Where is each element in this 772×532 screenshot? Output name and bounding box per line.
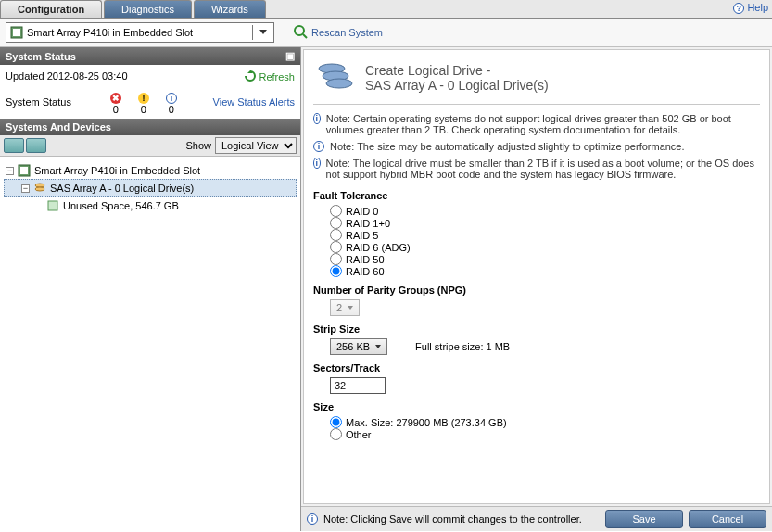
raid0-option[interactable]: RAID 0 <box>330 205 760 217</box>
view-status-alerts-link[interactable]: View Status Alerts <box>213 96 295 108</box>
top-tabs: Configuration Diagnostics Wizards ? Help <box>0 0 772 19</box>
svg-point-9 <box>35 187 44 191</box>
size-max-radio[interactable] <box>330 416 342 428</box>
raid6-label: RAID 6 (ADG) <box>346 242 411 253</box>
page-title-block: Create Logical Drive - SAS Array A - 0 L… <box>365 63 549 93</box>
warning-icon: ! <box>138 93 149 104</box>
devices-toolbar: Show Logical View <box>0 135 300 157</box>
footer-bar: i Note: Clicking Save will commit change… <box>301 506 772 531</box>
size-other-option[interactable]: Other <box>330 428 760 440</box>
rescan-button[interactable]: Rescan System <box>293 24 383 41</box>
strip-size-label: Strip Size <box>313 323 760 335</box>
raid60-label: RAID 60 <box>346 266 385 277</box>
form-area: Create Logical Drive - SAS Array A - 0 L… <box>303 49 770 504</box>
raid60-option[interactable]: RAID 60 <box>330 265 760 277</box>
raid6-radio[interactable] <box>330 241 342 253</box>
page-subtitle: SAS Array A - 0 Logical Drive(s) <box>365 78 549 93</box>
system-status-title: System Status <box>6 51 76 62</box>
raid5-option[interactable]: RAID 5 <box>330 229 760 241</box>
npg-dropdown: 2 <box>330 299 360 316</box>
error-count: 0 <box>113 104 119 115</box>
status-errors: ✖ 0 <box>110 93 121 115</box>
sectors-track-input[interactable] <box>330 377 386 394</box>
svg-rect-7 <box>20 167 28 174</box>
refresh-link[interactable]: Refresh <box>245 70 295 83</box>
info-icon: i <box>313 113 321 124</box>
show-label: Show <box>185 140 211 151</box>
status-info: i 0 <box>166 93 177 115</box>
page-title: Create Logical Drive - <box>365 63 549 78</box>
status-row-label: System Status <box>6 96 71 108</box>
chevron-down-icon <box>375 345 381 348</box>
tree-controller-row[interactable]: − Smart Array P410i in Embedded Slot <box>4 162 297 179</box>
expand-all-button[interactable] <box>4 138 24 153</box>
fault-tolerance-group: RAID 0 RAID 1+0 RAID 5 RAID 6 (ADG) RAID… <box>313 205 760 277</box>
expander-icon[interactable]: − <box>6 167 14 175</box>
page-header: Create Logical Drive - SAS Array A - 0 L… <box>313 57 760 105</box>
raid6-option[interactable]: RAID 6 (ADG) <box>330 241 760 253</box>
info-icon: i <box>307 513 318 525</box>
controller-icon <box>10 26 23 39</box>
devices-header: Systems And Devices <box>0 119 300 135</box>
tab-configuration[interactable]: Configuration <box>0 0 102 18</box>
sectors-track-label: Sectors/Track <box>313 362 760 374</box>
status-warnings: ! 0 <box>138 93 149 115</box>
raid50-option[interactable]: RAID 50 <box>330 253 760 265</box>
panel-toggle-icon[interactable]: ▣ <box>285 50 295 62</box>
size-group: Max. Size: 279900 MB (273.34 GB) Other <box>313 416 760 440</box>
strip-size-value: 256 KB <box>336 341 370 352</box>
info-icon: i <box>313 158 321 169</box>
raid60-radio[interactable] <box>330 265 342 277</box>
chevron-down-icon <box>348 306 353 310</box>
left-panel: System Status ▣ Updated 2012-08-25 03:40… <box>0 47 301 531</box>
note-text: Note: The logical drive must be smaller … <box>326 158 760 180</box>
size-other-label: Other <box>346 429 372 440</box>
note-row: i Note: The size may be automatically ad… <box>313 138 760 155</box>
refresh-icon <box>245 70 256 83</box>
svg-point-3 <box>295 26 304 35</box>
main-area: System Status ▣ Updated 2012-08-25 03:40… <box>0 47 772 531</box>
error-icon: ✖ <box>110 93 121 104</box>
note-row: i Note: The logical drive must be smalle… <box>313 155 760 183</box>
tab-diagnostics[interactable]: Diagnostics <box>104 0 192 18</box>
cancel-button[interactable]: Cancel <box>689 510 766 528</box>
tree-array-label: SAS Array A - 0 Logical Drive(s) <box>50 183 194 194</box>
svg-point-13 <box>326 79 352 88</box>
chevron-down-icon <box>252 25 270 40</box>
device-tree: − Smart Array P410i in Embedded Slot − S… <box>0 157 300 531</box>
save-button[interactable]: Save <box>605 510 683 528</box>
raid10-option[interactable]: RAID 1+0 <box>330 217 760 229</box>
strip-size-dropdown[interactable]: 256 KB <box>330 338 387 355</box>
tree-array-row[interactable]: − SAS Array A - 0 Logical Drive(s) <box>4 179 297 197</box>
info-icon: i <box>166 93 177 104</box>
size-other-radio[interactable] <box>330 428 342 440</box>
raid0-radio[interactable] <box>330 205 342 217</box>
refresh-label: Refresh <box>259 71 295 82</box>
tree-unused-label: Unused Space, 546.7 GB <box>63 200 179 211</box>
device-toolbar: Smart Array P410i in Embedded Slot Resca… <box>0 19 772 47</box>
controller-selector[interactable]: Smart Array P410i in Embedded Slot <box>6 22 274 43</box>
tab-wizards[interactable]: Wizards <box>194 0 266 18</box>
unused-space-icon <box>46 199 59 212</box>
raid50-radio[interactable] <box>330 253 342 265</box>
help-link[interactable]: ? Help <box>733 2 768 14</box>
help-icon: ? <box>733 3 744 14</box>
svg-line-4 <box>303 34 307 38</box>
raid5-radio[interactable] <box>330 229 342 241</box>
collapse-all-button[interactable] <box>26 138 46 153</box>
full-stripe-size-label: Full stripe size: 1 MB <box>415 341 510 352</box>
view-select[interactable]: Logical View <box>215 137 297 154</box>
tree-unused-row[interactable]: Unused Space, 546.7 GB <box>4 197 297 214</box>
logical-drive-icon <box>313 61 354 95</box>
raid10-label: RAID 1+0 <box>346 218 390 229</box>
system-status-header: System Status ▣ <box>0 47 300 65</box>
size-label: Size <box>313 401 760 412</box>
raid10-radio[interactable] <box>330 217 342 229</box>
system-status-body: Updated 2012-08-25 03:40 Refresh System … <box>0 65 300 119</box>
note-row: i Note: Certain operating systems do not… <box>313 110 760 138</box>
disk-array-icon <box>33 182 46 195</box>
size-max-option[interactable]: Max. Size: 279900 MB (273.34 GB) <box>330 416 760 428</box>
expander-icon[interactable]: − <box>21 184 30 193</box>
svg-rect-1 <box>13 29 20 36</box>
view-selector: Show Logical View <box>185 137 297 154</box>
